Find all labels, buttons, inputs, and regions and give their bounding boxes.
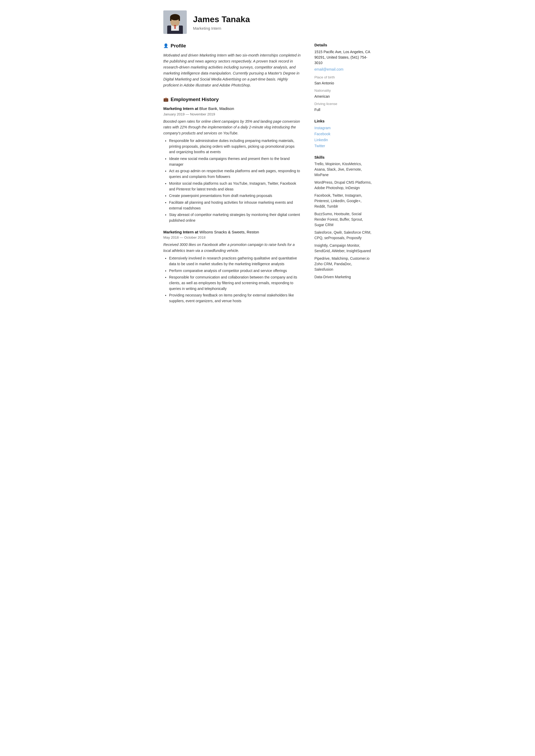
- links-title: Links: [314, 118, 372, 124]
- details-section: Details 1515 Pacific Ave, Los Angeles, C…: [314, 42, 372, 113]
- job-dates-1: May 2018 — October 2018: [163, 235, 301, 240]
- jobs-container: Marketing Intern at Blue Bank, MadisonJa…: [163, 106, 301, 304]
- content-area: 👤 Profile Motivated and driven Marketing…: [163, 42, 372, 311]
- address-text: 1515 Pacific Ave, Los Angeles, CA 90291,…: [314, 49, 372, 66]
- bullet-0-6: Stay abreast of competitor marketing str…: [169, 212, 301, 223]
- profile-section: 👤 Profile Motivated and driven Marketing…: [163, 42, 301, 89]
- job-summary-0: Boosted open rates for online client cam…: [163, 119, 301, 136]
- svg-rect-7: [179, 17, 180, 21]
- bullet-0-1: Ideate new social media campaigns themes…: [169, 156, 301, 167]
- skill-group-2: Facebook, Twitter, Instagram, Pinterest,…: [314, 193, 372, 209]
- place-of-birth-label: Place of birth: [314, 75, 372, 80]
- driving-license-label: Driving license: [314, 101, 372, 106]
- job-bullets-0: Responsible for administrative duties in…: [163, 138, 301, 224]
- bullet-1-1: Perform comparative analysis of competit…: [169, 268, 301, 274]
- bullet-1-2: Responsible for communication and collab…: [169, 275, 301, 292]
- resume-page: James Tanaka Marketing Intern 👤 Profile …: [150, 0, 385, 322]
- skill-group-0: Trello, Mopinion, KissMetrics, Asana, Sl…: [314, 161, 372, 178]
- details-title: Details: [314, 42, 372, 48]
- skill-group-1: WordPress, Drupal CMS Platforms, Adobe P…: [314, 180, 372, 191]
- profile-icon: 👤: [163, 43, 169, 49]
- header-info: James Tanaka Marketing Intern: [193, 13, 250, 32]
- candidate-name: James Tanaka: [193, 13, 250, 26]
- sidebar-column: Details 1515 Pacific Ave, Los Angeles, C…: [314, 42, 372, 311]
- bullet-1-3: Providing necessary feedback on items pe…: [169, 293, 301, 304]
- profile-title-text: Profile: [171, 42, 186, 50]
- nationality-value: American: [314, 94, 372, 99]
- employment-section-title: 💼 Employment History: [163, 96, 301, 103]
- employment-title-text: Employment History: [171, 96, 219, 103]
- candidate-title: Marketing Intern: [193, 26, 250, 32]
- avatar: [163, 11, 187, 34]
- bullet-0-3: Monitor social media platforms such as Y…: [169, 181, 301, 192]
- nationality-label: Nationality: [314, 88, 372, 93]
- skill-group-7: Data-Driven Marketing: [314, 274, 372, 280]
- job-summary-1: Received 3000 likes on Facebook after a …: [163, 242, 301, 253]
- social-link-instagram[interactable]: Instagram: [314, 125, 372, 131]
- job-title-1: Marketing Intern at Wilsons Snacks & Swe…: [163, 229, 301, 235]
- links-container: InstagramFacebookLinkedinTwitter: [314, 125, 372, 149]
- skill-group-5: Insightly, Campaign Monitor, SendGrid, A…: [314, 243, 372, 254]
- profile-text: Motivated and driven Marketing Intern wi…: [163, 52, 301, 89]
- job-dates-0: January 2019 — November 2019: [163, 112, 301, 117]
- job-0: Marketing Intern at Blue Bank, MadisonJa…: [163, 106, 301, 224]
- bullet-0-4: Create powerpoint presentations from dra…: [169, 193, 301, 199]
- svg-point-5: [170, 14, 180, 20]
- bullet-0-2: Act as group admin on respective media p…: [169, 168, 301, 180]
- social-link-facebook[interactable]: Facebook: [314, 131, 372, 137]
- social-link-twitter[interactable]: Twitter: [314, 143, 372, 149]
- header: James Tanaka Marketing Intern: [163, 11, 372, 34]
- place-of-birth-value: San Antonio: [314, 80, 372, 86]
- email-link[interactable]: email@email.com: [314, 67, 372, 72]
- skill-group-6: Pipedrive, Mailchimp, Customer.io Zoho C…: [314, 256, 372, 272]
- job-title-0: Marketing Intern at Blue Bank, Madison: [163, 106, 301, 112]
- social-link-linkedin[interactable]: Linkedin: [314, 137, 372, 143]
- avatar-image: [163, 11, 187, 34]
- bullet-1-0: Extensively involved in research practic…: [169, 256, 301, 267]
- employment-section: 💼 Employment History Marketing Intern at…: [163, 96, 301, 304]
- job-bullets-1: Extensively involved in research practic…: [163, 256, 301, 304]
- main-column: 👤 Profile Motivated and driven Marketing…: [163, 42, 301, 311]
- skills-section: Skills Trello, Mopinion, KissMetrics, As…: [314, 154, 372, 280]
- job-1: Marketing Intern at Wilsons Snacks & Swe…: [163, 229, 301, 304]
- bullet-0-0: Responsible for administrative duties in…: [169, 138, 301, 155]
- employment-icon: 💼: [163, 97, 169, 103]
- driving-license-value: Full: [314, 107, 372, 113]
- skill-group-3: BuzzSumo, Hootsuite, Social Render Fores…: [314, 211, 372, 228]
- skill-group-4: Salesforce, Qwilr, Salesforce CRM, CPQ, …: [314, 230, 372, 241]
- links-section: Links InstagramFacebookLinkedinTwitter: [314, 118, 372, 149]
- skills-title: Skills: [314, 154, 372, 160]
- svg-rect-6: [170, 17, 171, 21]
- skills-container: Trello, Mopinion, KissMetrics, Asana, Sl…: [314, 161, 372, 280]
- profile-section-title: 👤 Profile: [163, 42, 301, 50]
- bullet-0-5: Facilitate all planning and hosting acti…: [169, 200, 301, 211]
- svg-marker-9: [174, 25, 176, 27]
